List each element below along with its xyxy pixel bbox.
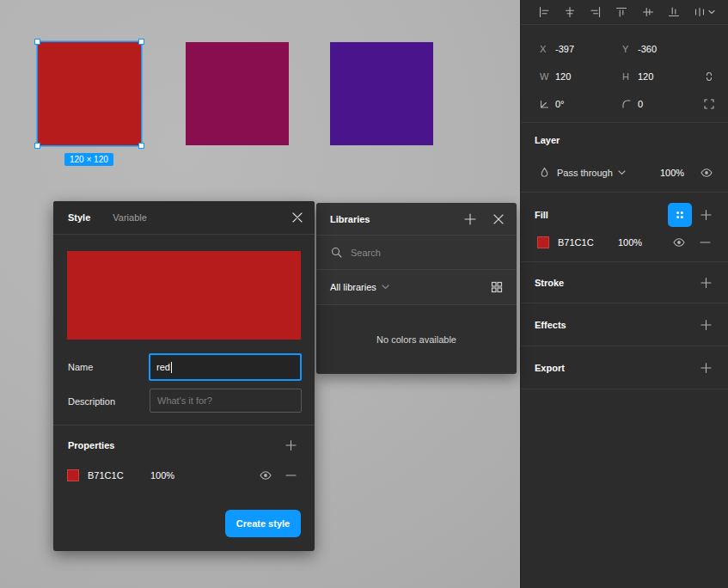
description-label: Description — [68, 396, 115, 407]
libraries-title: Libraries — [330, 214, 370, 224]
layer-section: Layer Pass through 100% — [521, 123, 728, 193]
export-section: Export — [521, 346, 728, 389]
layer-section-title: Layer — [535, 135, 560, 145]
property-visibility-eye-icon[interactable] — [259, 469, 272, 482]
libraries-empty-state: No colors available — [316, 305, 517, 373]
w-label: W — [540, 71, 548, 82]
canvas-square-purple[interactable] — [330, 42, 433, 145]
selection-handle-top-left[interactable] — [34, 39, 40, 45]
fill-styles-button[interactable] — [668, 203, 692, 227]
wh-row: W 120 H 120 — [521, 64, 728, 89]
h-label: H — [622, 71, 629, 82]
constrain-proportions-icon[interactable] — [702, 70, 716, 83]
empty-message: No colors available — [376, 334, 456, 345]
blend-mode-row: Pass through 100% — [521, 161, 728, 185]
position-section: X -397 Y -360 W 120 H 120 0° 0 — [521, 25, 728, 123]
selection-handle-bottom-right[interactable] — [138, 143, 144, 149]
property-opacity-value[interactable]: 100% — [150, 470, 174, 481]
layer-opacity-input[interactable]: 100% — [660, 168, 684, 178]
remove-property-icon[interactable] — [285, 470, 297, 481]
name-label: Name — [68, 362, 93, 372]
style-name-input[interactable]: red — [149, 353, 302, 381]
canvas-square-pink[interactable] — [186, 42, 289, 145]
add-stroke-icon[interactable] — [700, 278, 712, 289]
align-bottom-icon[interactable] — [664, 3, 683, 21]
selection-size-badge: 120 × 120 — [64, 153, 113, 166]
align-top-icon[interactable] — [612, 3, 631, 21]
tab-style[interactable]: Style — [68, 212, 90, 223]
add-property-icon[interactable] — [285, 440, 297, 451]
remove-fill-icon[interactable] — [700, 237, 711, 248]
blend-mode-select[interactable]: Pass through — [557, 168, 613, 178]
stroke-section: Stroke — [521, 262, 728, 303]
blend-mode-icon — [538, 166, 551, 180]
rotation-icon — [537, 97, 551, 111]
libraries-header: Libraries — [316, 203, 517, 236]
stroke-section-title: Stroke — [535, 278, 564, 288]
y-label: Y — [622, 44, 628, 54]
fill-color-row: B71C1C 100% — [521, 230, 728, 254]
corner-radius-icon — [620, 97, 633, 111]
add-effect-icon[interactable] — [700, 320, 712, 331]
align-right-icon[interactable] — [586, 3, 605, 21]
dialog-divider — [53, 425, 315, 426]
layer-visibility-eye-icon[interactable] — [700, 166, 713, 180]
y-input[interactable]: -360 — [638, 44, 657, 54]
library-filter-select[interactable]: All libraries — [330, 282, 376, 292]
search-input[interactable] — [351, 248, 503, 258]
property-hex-value[interactable]: B71C1C — [88, 470, 124, 481]
corner-radius-input[interactable]: 0 — [638, 99, 643, 109]
tab-variable[interactable]: Variable — [113, 212, 147, 223]
create-style-button[interactable]: Create style — [225, 510, 301, 537]
fill-opacity-input[interactable]: 100% — [618, 237, 642, 248]
h-input[interactable]: 120 — [638, 71, 653, 82]
fill-color-swatch[interactable] — [537, 236, 549, 248]
libraries-filter-row: All libraries — [316, 270, 517, 305]
chevron-down-icon[interactable] — [618, 170, 626, 175]
fill-hex-input[interactable]: B71C1C — [558, 237, 594, 248]
selection-handle-bottom-left[interactable] — [34, 143, 40, 149]
style-dialog-header: Style Variable — [53, 201, 315, 235]
align-left-icon[interactable] — [535, 3, 554, 21]
design-inspector-sidebar: X -397 Y -360 W 120 H 120 0° 0 Layer — [520, 0, 728, 588]
w-input[interactable]: 120 — [555, 71, 571, 82]
grid-view-icon[interactable] — [490, 280, 504, 294]
effects-section-title: Effects — [535, 320, 566, 330]
add-library-icon[interactable] — [464, 213, 476, 225]
property-color-swatch[interactable] — [67, 469, 79, 481]
style-description-input[interactable] — [150, 389, 302, 413]
tidy-up-icon[interactable] — [690, 3, 718, 21]
alignment-toolbar — [521, 0, 728, 25]
property-color-row: B71C1C 100% — [53, 463, 315, 487]
style-name-value: red — [156, 362, 170, 372]
export-section-title: Export — [535, 363, 565, 373]
fill-section: Fill B71C1C 100% — [521, 193, 728, 262]
style-color-preview — [67, 251, 301, 340]
libraries-search-row — [316, 236, 517, 270]
create-style-dialog: Style Variable Name red Description Prop… — [53, 201, 315, 551]
align-vertical-center-icon[interactable] — [639, 3, 658, 21]
close-libraries-icon[interactable] — [492, 213, 505, 225]
canvas-square-red[interactable] — [38, 42, 141, 145]
fill-visibility-eye-icon[interactable] — [672, 236, 686, 249]
align-horizontal-center-icon[interactable] — [560, 3, 579, 21]
add-fill-icon[interactable] — [700, 210, 712, 221]
properties-title: Properties — [68, 440, 114, 450]
effects-section: Effects — [521, 303, 728, 346]
chevron-down-icon[interactable] — [382, 285, 389, 290]
x-label: X — [540, 44, 546, 54]
close-dialog-icon[interactable] — [291, 211, 303, 224]
text-caret — [171, 362, 172, 373]
search-icon — [330, 246, 343, 259]
libraries-panel: Libraries All libraries No colors availa… — [316, 203, 517, 374]
selection-handle-top-right[interactable] — [138, 39, 144, 45]
fill-section-title: Fill — [535, 210, 548, 220]
rotation-input[interactable]: 0° — [555, 99, 565, 109]
rotation-row: 0° 0 — [521, 92, 728, 116]
independent-corners-icon[interactable] — [702, 97, 716, 111]
xy-row: X -397 Y -360 — [521, 37, 728, 61]
add-export-icon[interactable] — [700, 363, 712, 374]
x-input[interactable]: -397 — [555, 44, 574, 54]
